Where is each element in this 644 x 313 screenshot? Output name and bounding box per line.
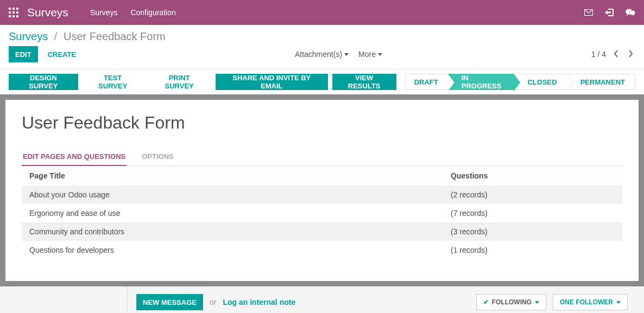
or-label: or: [210, 298, 216, 306]
breadcrumb: Surveys / User Feedback Form: [9, 30, 166, 43]
col-questions: Questions: [443, 166, 622, 186]
status-in-progress[interactable]: IN PROGRESS: [448, 74, 514, 90]
log-internal-note-link[interactable]: Log an internal note: [223, 298, 295, 306]
table-row[interactable]: Questions for developers (1 records): [22, 241, 622, 259]
status-draft[interactable]: DRAFT: [405, 74, 448, 90]
apps-grid-icon[interactable]: [9, 8, 18, 17]
table-row[interactable]: Ergonomy and ease of use (7 records): [22, 204, 622, 222]
pages-table: Page Title Questions About your Odoo usa…: [22, 166, 622, 259]
attachments-dropdown[interactable]: Attachment(s): [295, 50, 349, 59]
svg-rect-7: [12, 15, 15, 17]
svg-rect-5: [16, 11, 18, 14]
cell-questions: (3 records): [443, 222, 622, 241]
cell-questions: (7 records): [443, 204, 622, 222]
cell-questions: (1 records): [443, 241, 622, 259]
cell-page-title: Ergonomy and ease of use: [22, 204, 443, 222]
nav-surveys[interactable]: Surveys: [90, 8, 118, 17]
breadcrumb-separator: /: [54, 30, 58, 42]
tab-edit-pages[interactable]: EDIT PAGES AND QUESTIONS: [22, 148, 127, 166]
more-dropdown[interactable]: More: [358, 50, 382, 59]
check-icon: ✔: [483, 298, 489, 306]
chatter-toolbar: NEW MESSAGE or Log an internal note ✔ FO…: [136, 294, 628, 310]
form-sheet: User Feedback Form EDIT PAGES AND QUESTI…: [5, 100, 639, 281]
col-page-title: Page Title: [22, 166, 443, 186]
chatter: about 2 hours ago NEW MESSAGE or Log an …: [0, 286, 644, 313]
mail-icon[interactable]: [584, 9, 593, 16]
action-bar: DESIGN SURVEY TEST SURVEY PRINT SURVEY S…: [0, 69, 644, 94]
svg-rect-6: [9, 15, 11, 17]
test-survey-button[interactable]: TEST SURVEY: [83, 74, 143, 90]
cell-questions: (2 records): [443, 186, 622, 204]
followers-label: ONE FOLLOWER: [560, 298, 613, 306]
controls-row: EDIT CREATE Attachment(s) More 1 / 4: [0, 46, 644, 69]
svg-rect-3: [9, 11, 11, 14]
status-bar: DRAFT IN PROGRESS CLOSED PERMANENT: [405, 74, 635, 90]
pager: 1 / 4: [591, 48, 635, 61]
app-brand[interactable]: Surveys: [27, 6, 68, 19]
form-title: User Feedback Form: [22, 113, 622, 133]
cell-page-title: About your Odoo usage: [22, 186, 443, 204]
svg-rect-4: [12, 11, 15, 14]
caret-down-icon: [344, 53, 349, 56]
table-row[interactable]: About your Odoo usage (2 records): [22, 186, 622, 204]
new-message-button[interactable]: NEW MESSAGE: [136, 294, 203, 310]
svg-rect-8: [16, 15, 18, 17]
share-invite-button[interactable]: SHARE AND INVITE BY EMAIL: [216, 74, 328, 90]
login-icon[interactable]: [605, 9, 614, 16]
cell-page-title: Questions for developers: [22, 241, 443, 259]
edit-button[interactable]: EDIT: [9, 46, 38, 62]
caret-down-icon: [535, 301, 539, 304]
breadcrumb-current: User Feedback Form: [64, 30, 166, 42]
attachments-label: Attachment(s): [295, 50, 342, 59]
caret-down-icon: [378, 53, 382, 56]
svg-point-11: [629, 10, 635, 15]
svg-rect-1: [12, 8, 15, 10]
status-closed[interactable]: CLOSED: [514, 74, 566, 90]
form-sheet-wrap: User Feedback Form EDIT PAGES AND QUESTI…: [0, 94, 644, 286]
table-row[interactable]: Community and contributors (3 records): [22, 222, 622, 241]
breadcrumb-root[interactable]: Surveys: [9, 30, 48, 42]
caret-down-icon: [616, 301, 621, 304]
design-survey-button[interactable]: DESIGN SURVEY: [9, 74, 78, 90]
pager-next[interactable]: [626, 48, 635, 61]
cell-page-title: Community and contributors: [22, 222, 443, 241]
chatter-timeline: about 2 hours ago: [0, 286, 128, 313]
chat-icon[interactable]: [626, 9, 635, 16]
view-results-button[interactable]: VIEW RESULTS: [332, 74, 396, 90]
tab-options[interactable]: OPTIONS: [141, 148, 175, 166]
topbar: Surveys Surveys Configuration: [0, 0, 644, 25]
following-button[interactable]: ✔ FOLLOWING: [476, 294, 546, 310]
svg-rect-0: [9, 8, 11, 10]
svg-rect-2: [16, 8, 18, 10]
pager-prev[interactable]: [611, 48, 621, 61]
create-button[interactable]: CREATE: [41, 46, 83, 62]
breadcrumb-row: Surveys / User Feedback Form: [0, 25, 644, 46]
status-permanent[interactable]: PERMANENT: [567, 74, 635, 90]
following-label: FOLLOWING: [492, 298, 532, 306]
nav-configuration[interactable]: Configuration: [130, 8, 175, 17]
followers-button[interactable]: ONE FOLLOWER: [553, 294, 628, 310]
pager-text: 1 / 4: [591, 50, 606, 59]
tabs: EDIT PAGES AND QUESTIONS OPTIONS: [22, 148, 622, 166]
more-label: More: [358, 50, 376, 59]
print-survey-button[interactable]: PRINT SURVEY: [148, 74, 211, 90]
